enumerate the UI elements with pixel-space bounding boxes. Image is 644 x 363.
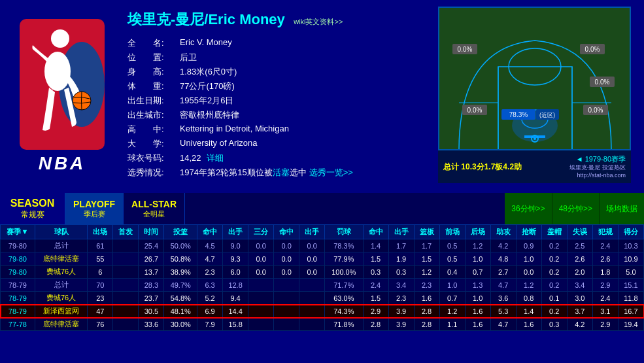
svg-text:0.0%: 0.0% xyxy=(458,46,473,53)
court-bottom-bar: 总计 10.3分1.7板4.2助 ◄ 1979-80赛季 埃里克-曼尼 投篮热区… xyxy=(438,150,631,183)
player-info-area: 埃里克-曼尼/Eric Money wiki英文资料>> 全 名: Eric V… xyxy=(114,7,438,186)
tab-playoff-label-big: PLAYOFF xyxy=(73,199,115,209)
table-row: 78-79新泽西篮网4730.548.1%6.914.474.3%2.93.92… xyxy=(1,305,644,318)
court-svg: 0.0% 0.0% 0.0% 0.0% 0.0% 78.3% (近区) xyxy=(439,8,631,150)
svg-point-3 xyxy=(44,52,71,91)
right-tabs: 36分钟>> 48分钟>> 场均数据 xyxy=(505,193,644,224)
court-area: 0.0% 0.0% 0.0% 0.0% 0.0% 78.3% (近区) xyxy=(438,7,634,183)
col-header: 篮板 xyxy=(414,225,439,239)
col-header: 出手 xyxy=(223,225,248,239)
col-header: 赛季▼ xyxy=(1,225,35,239)
col-header: 命中 xyxy=(197,225,223,239)
info-highschool: 高 中: Kettering in Detroit, Michigan xyxy=(127,124,425,135)
table-row: 78-79费城76人2323.754.8%5.29.463.0%1.52.31.… xyxy=(1,292,644,305)
svg-point-30 xyxy=(534,137,536,140)
col-header: 时间 xyxy=(139,225,164,239)
court-total: 总计 10.3分1.7板4.2助 xyxy=(443,162,522,173)
col-header: 投篮 xyxy=(164,225,197,239)
col-header: 出手 xyxy=(299,225,325,239)
svg-text:(近区): (近区) xyxy=(539,112,555,118)
info-jersey: 球衣号码: 14,22 详细 xyxy=(127,152,425,164)
svg-text:0.0%: 0.0% xyxy=(588,107,603,114)
tab-playoff-label-small: 季后赛 xyxy=(84,209,105,219)
col-header: 得分 xyxy=(618,225,643,239)
tab-allstar-label-small: 全明星 xyxy=(143,209,165,219)
table-row: 78-79总计7028.349.7%6.312.871.7%2.43.42.31… xyxy=(1,279,644,292)
tab-playoff[interactable]: PLAYOFF 季后赛 xyxy=(65,193,124,224)
tab-allstar-label-big: ALL-STAR xyxy=(131,199,177,209)
nba-logo-svg xyxy=(20,19,105,150)
svg-point-2 xyxy=(51,29,69,48)
info-height: 身 高: 1.83米(6尺0寸) xyxy=(127,66,425,78)
table-row: 79-80总计6125.450.0%4.59.00.00.00.078.3%1.… xyxy=(1,239,644,252)
info-position: 位 置: 后卫 xyxy=(127,52,425,63)
info-birthplace: 出生城市: 密歇根州底特律 xyxy=(127,109,425,121)
court-container: 0.0% 0.0% 0.0% 0.0% 0.0% 78.3% (近区) xyxy=(438,7,631,150)
col-header: 失误 xyxy=(567,225,592,239)
table-row: 77-78底特律活塞7633.630.0%7.915.871.8%2.83.92… xyxy=(1,318,644,331)
svg-text:0.0%: 0.0% xyxy=(467,107,483,114)
tab-season-label-big: SEASON xyxy=(10,198,55,209)
info-weight: 体 重: 77公斤(170磅) xyxy=(127,80,425,92)
col-header: 助攻 xyxy=(490,225,516,239)
svg-text:0.0%: 0.0% xyxy=(595,78,610,86)
col-header: 犯规 xyxy=(592,225,618,239)
tab-season-label-small: 常规赛 xyxy=(21,209,44,220)
stats-section: SEASON 常规赛 PLAYOFF 季后赛 ALL-STAR 全明星 36分钟… xyxy=(0,193,644,331)
header-section: NBA 埃里克-曼尼/Eric Money wiki英文资料>> 全 名: Er… xyxy=(0,0,644,193)
table-row: 79-80费城76人613.738.9%2.36.00.00.00.0100.0… xyxy=(1,266,644,279)
col-header: 命中 xyxy=(363,225,388,239)
court-site: 埃里克-曼尼 投篮热区http://stat-nba.com xyxy=(569,164,626,179)
col-header: 前场 xyxy=(439,225,465,239)
info-birthday: 出生日期: 1955年2月6日 xyxy=(127,95,425,107)
stats-table-container: 赛季▼球队出场首发时间投篮命中出手三分命中出手罚球命中出手篮板前场后场助攻抢断盖… xyxy=(0,224,644,331)
court-season-nav[interactable]: ◄ 1979-80赛季 xyxy=(569,154,626,164)
btn-48min[interactable]: 48分钟>> xyxy=(552,193,600,224)
col-header: 抢断 xyxy=(516,225,541,239)
col-header: 后场 xyxy=(465,225,490,239)
col-header: 三分 xyxy=(248,225,274,239)
info-college: 大 学: University of Arizona xyxy=(127,138,425,150)
nba-wordmark: NBA xyxy=(39,153,86,174)
svg-text:0.0%: 0.0% xyxy=(585,46,600,53)
col-header: 首发 xyxy=(113,225,139,239)
tab-allstar[interactable]: ALL-STAR 全明星 xyxy=(124,193,185,224)
col-header: 盖帽 xyxy=(541,225,567,239)
col-header: 罚球 xyxy=(325,225,363,239)
info-draft: 选秀情况: 1974年第2轮第15顺位被活塞选中选秀一览>> xyxy=(127,167,425,179)
draft-team-link[interactable]: 活塞 xyxy=(273,167,290,177)
btn-avg[interactable]: 场均数据 xyxy=(600,193,644,224)
player-name-title: 埃里克-曼尼/Eric Money xyxy=(127,11,285,27)
jersey-detail-link[interactable]: 详细 xyxy=(207,153,224,163)
table-header-row: 赛季▼球队出场首发时间投篮命中出手三分命中出手罚球命中出手篮板前场后场助攻抢断盖… xyxy=(1,225,644,239)
col-header: 出手 xyxy=(388,225,414,239)
tabs-row: SEASON 常规赛 PLAYOFF 季后赛 ALL-STAR 全明星 36分钟… xyxy=(0,193,644,224)
btn-36min[interactable]: 36分钟>> xyxy=(505,193,552,224)
table-row: 79-80底特律活塞5526.750.8%4.79.30.00.00.077.9… xyxy=(1,252,644,266)
tab-season[interactable]: SEASON 常规赛 xyxy=(0,193,65,224)
nba-logo-area: NBA xyxy=(10,7,114,186)
svg-text:78.3%: 78.3% xyxy=(509,111,528,118)
info-full-name: 全 名: Eric V. Money xyxy=(127,37,425,49)
stats-table: 赛季▼球队出场首发时间投篮命中出手三分命中出手罚球命中出手篮板前场后场助攻抢断盖… xyxy=(0,224,644,331)
draft-list-link[interactable]: 选秀一览>> xyxy=(309,167,353,177)
col-header: 球队 xyxy=(35,225,88,239)
wiki-link[interactable]: wiki英文资料>> xyxy=(294,18,343,26)
col-header: 命中 xyxy=(274,225,299,239)
col-header: 出场 xyxy=(88,225,113,239)
